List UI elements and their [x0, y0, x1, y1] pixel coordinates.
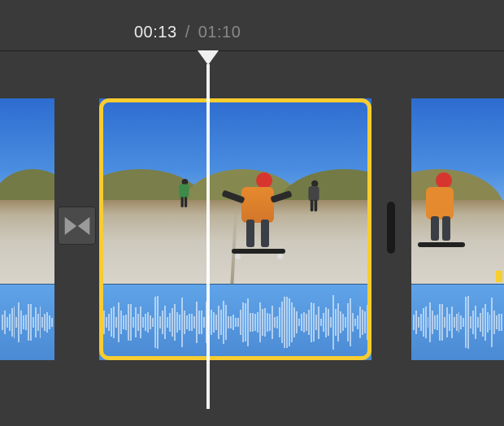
svg-marker-0 — [64, 216, 76, 234]
clip-audio-waveform[interactable] — [0, 284, 54, 360]
timeline-clip[interactable] — [0, 98, 54, 360]
transition-icon[interactable] — [58, 206, 96, 245]
clip-audio-waveform[interactable] — [411, 284, 504, 360]
clip-audio-waveform[interactable] — [99, 284, 371, 360]
time-display: 00:13 / 01:10 — [134, 23, 241, 41]
clip-thumbnail — [411, 98, 504, 284]
svg-marker-1 — [77, 216, 89, 234]
playhead-handle[interactable] — [198, 50, 219, 65]
clip-edge-handle[interactable] — [387, 202, 395, 254]
time-separator: / — [185, 23, 190, 41]
header-divider — [0, 50, 504, 51]
timeline-clip[interactable] — [411, 98, 504, 360]
total-time: 01:10 — [198, 23, 241, 41]
current-time: 00:13 — [134, 23, 177, 41]
clip-thumbnail — [0, 98, 54, 284]
playhead-line[interactable] — [206, 360, 210, 409]
timeline-clip-selected[interactable] — [99, 98, 371, 360]
playhead-line[interactable] — [206, 64, 210, 98]
playhead-line[interactable] — [206, 98, 210, 360]
clip-thumbnail — [99, 98, 371, 284]
